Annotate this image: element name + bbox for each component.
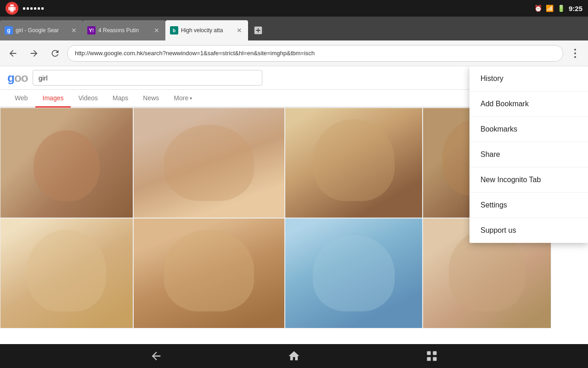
browser-content: g oo girl Web Images Videos Maps News Mo… (0, 66, 588, 344)
url-text: http://www.google.com.hk/search?newwindo… (75, 50, 315, 57)
tab-more[interactable]: More ▾ (166, 90, 199, 108)
tab-bar: g girl - Google Sear ✕ Y! 4 Reasons Puti… (0, 17, 588, 40)
tab-3-title: High velocity atta (181, 27, 232, 34)
back-nav-button[interactable] (147, 347, 165, 365)
alarm-icon: ⏰ (534, 5, 542, 12)
svg-rect-0 (427, 351, 431, 355)
tab-1-title: girl - Google Sear (16, 27, 67, 34)
tab-news[interactable]: News (136, 90, 166, 108)
tab-web[interactable]: Web (7, 90, 35, 108)
image-3[interactable] (285, 108, 423, 218)
image-5[interactable] (0, 218, 133, 328)
nav-bar: http://www.google.com.hk/search?newwindo… (0, 40, 588, 66)
home-nav-button[interactable] (285, 347, 303, 365)
menu-item-new-incognito-tab[interactable]: New Incognito Tab (469, 167, 588, 193)
tab-2-title: 4 Reasons Putin (98, 27, 150, 34)
tab-2-close[interactable]: ✕ (153, 26, 161, 34)
battery-icon: 🔋 (557, 5, 565, 12)
menu-item-add-bookmark[interactable]: Add Bookmark (469, 92, 588, 117)
tab-2-favicon: Y! (87, 26, 96, 34)
status-bar: ⏰ 📶 🔋 9:25 (0, 0, 588, 17)
image-6[interactable] (133, 218, 285, 328)
overflow-menu-button[interactable] (566, 44, 584, 63)
dropdown-menu: History Add Bookmark Bookmarks Share New… (469, 66, 588, 243)
menu-item-settings[interactable]: Settings (469, 193, 588, 218)
new-tab-button[interactable] (248, 20, 268, 40)
tab-3-favicon: b (170, 26, 178, 34)
tab-2[interactable]: Y! 4 Reasons Putin ✕ (83, 20, 165, 40)
image-1[interactable] (0, 108, 133, 218)
bottom-nav (0, 344, 588, 368)
tab-maps[interactable]: Maps (105, 90, 136, 108)
tab-3[interactable]: b High velocity atta ✕ (165, 20, 248, 40)
recents-nav-button[interactable] (423, 347, 441, 365)
menu-item-share[interactable]: Share (469, 142, 588, 167)
forward-button[interactable] (25, 44, 43, 63)
tab-1-close[interactable]: ✕ (70, 26, 78, 34)
menu-dots (23, 7, 44, 10)
reload-button[interactable] (46, 44, 64, 63)
status-bar-left (6, 2, 44, 15)
tab-1-favicon: g (5, 26, 13, 34)
svg-rect-1 (433, 351, 436, 355)
tab-videos[interactable]: Videos (71, 90, 105, 108)
tab-1[interactable]: g girl - Google Sear ✕ (0, 20, 83, 40)
menu-item-bookmarks[interactable]: Bookmarks (469, 117, 588, 142)
tab-images[interactable]: Images (35, 90, 71, 108)
google-logo-partial: g oo (7, 71, 28, 85)
clock: 9:25 (569, 5, 582, 12)
status-bar-right: ⏰ 📶 🔋 9:25 (534, 5, 582, 12)
search-bar[interactable]: girl (33, 70, 262, 86)
menu-item-support-us[interactable]: Support us (469, 218, 588, 243)
image-2[interactable] (133, 108, 285, 218)
android-logo (6, 2, 18, 15)
menu-item-history[interactable]: History (469, 66, 588, 92)
more-arrow-icon: ▾ (190, 96, 192, 101)
url-bar[interactable]: http://www.google.com.hk/search?newwindo… (67, 45, 563, 62)
back-button[interactable] (4, 44, 22, 63)
svg-rect-3 (433, 357, 436, 361)
tab-3-close[interactable]: ✕ (235, 26, 243, 34)
wifi-icon: 📶 (546, 5, 554, 12)
svg-rect-2 (427, 357, 431, 361)
image-7[interactable] (285, 218, 423, 328)
three-dots-icon (574, 49, 576, 58)
search-text: girl (39, 74, 48, 82)
